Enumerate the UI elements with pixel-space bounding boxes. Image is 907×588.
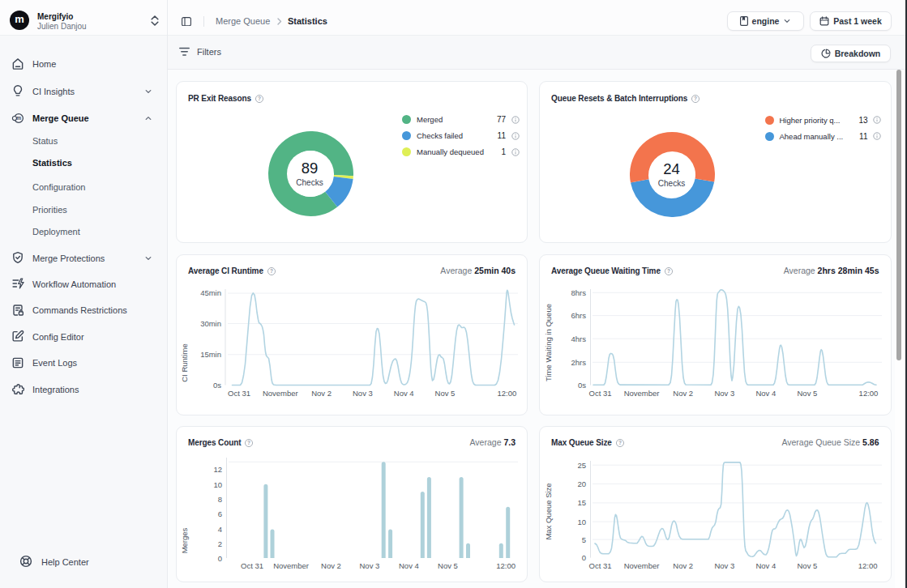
svg-text:Oct 31: Oct 31 xyxy=(228,389,250,398)
svg-text:4: 4 xyxy=(218,524,222,533)
svg-text:5: 5 xyxy=(582,535,586,543)
svg-text:Oct 31: Oct 31 xyxy=(241,561,263,570)
svg-text:4hrs: 4hrs xyxy=(571,334,587,343)
svg-text:Nov 3: Nov 3 xyxy=(353,389,373,398)
svg-text:12:00: 12:00 xyxy=(496,561,516,570)
svg-text:November: November xyxy=(624,561,660,570)
svg-text:November: November xyxy=(273,561,309,570)
svg-text:0: 0 xyxy=(218,553,222,562)
svg-text:Max Queue Size: Max Queue Size xyxy=(544,483,553,539)
svg-text:0s: 0s xyxy=(213,380,221,389)
svg-text:0: 0 xyxy=(582,553,586,562)
svg-text:Nov 2: Nov 2 xyxy=(673,561,693,570)
svg-text:12: 12 xyxy=(213,464,222,473)
svg-text:Nov 5: Nov 5 xyxy=(435,389,456,398)
svg-text:November: November xyxy=(263,389,298,398)
svg-text:Nov 4: Nov 4 xyxy=(755,561,776,570)
svg-text:Nov 2: Nov 2 xyxy=(311,389,332,398)
svg-text:12:00: 12:00 xyxy=(859,389,879,398)
svg-text:Nov 4: Nov 4 xyxy=(399,561,419,570)
svg-text:Nov 3: Nov 3 xyxy=(714,389,734,398)
svg-text:Nov 2: Nov 2 xyxy=(321,561,341,570)
svg-text:25: 25 xyxy=(577,460,586,469)
svg-text:Nov 4: Nov 4 xyxy=(755,389,776,398)
svg-text:Time Waiting in Queue: Time Waiting in Queue xyxy=(544,304,553,381)
svg-text:2hrs: 2hrs xyxy=(571,357,587,366)
svg-text:Nov 2: Nov 2 xyxy=(673,389,693,398)
svg-text:6: 6 xyxy=(218,509,222,518)
svg-text:?: ? xyxy=(258,96,261,101)
svg-text:12:00: 12:00 xyxy=(498,389,517,398)
svg-text:6hrs: 6hrs xyxy=(571,311,587,320)
svg-text:2: 2 xyxy=(218,539,222,548)
svg-text:Nov 3: Nov 3 xyxy=(714,561,734,570)
svg-text:15: 15 xyxy=(577,498,586,507)
svg-text:45min: 45min xyxy=(200,288,221,297)
svg-text:8: 8 xyxy=(218,494,222,503)
svg-text:Merges: Merges xyxy=(180,527,189,553)
svg-text:November: November xyxy=(624,389,660,398)
svg-text:Nov 5: Nov 5 xyxy=(797,389,817,398)
svg-text:?: ? xyxy=(694,96,697,101)
svg-text:15min: 15min xyxy=(200,350,221,359)
svg-text:20: 20 xyxy=(577,479,586,488)
svg-text:10: 10 xyxy=(213,479,222,488)
svg-text:12:00: 12:00 xyxy=(858,561,878,570)
svg-text:Oct 31: Oct 31 xyxy=(589,561,612,570)
svg-text:CI Runtime: CI Runtime xyxy=(180,343,189,382)
svg-text:30min: 30min xyxy=(200,318,221,327)
svg-text:Nov 5: Nov 5 xyxy=(438,561,458,570)
svg-text:0s: 0s xyxy=(578,380,586,389)
svg-text:8hrs: 8hrs xyxy=(571,288,587,296)
svg-text:Nov 3: Nov 3 xyxy=(359,561,379,570)
svg-text:Oct 31: Oct 31 xyxy=(589,389,612,398)
svg-text:m: m xyxy=(16,115,21,121)
svg-text:Nov 4: Nov 4 xyxy=(394,389,414,398)
svg-text:Nov 5: Nov 5 xyxy=(797,561,817,570)
svg-text:10: 10 xyxy=(577,517,586,526)
